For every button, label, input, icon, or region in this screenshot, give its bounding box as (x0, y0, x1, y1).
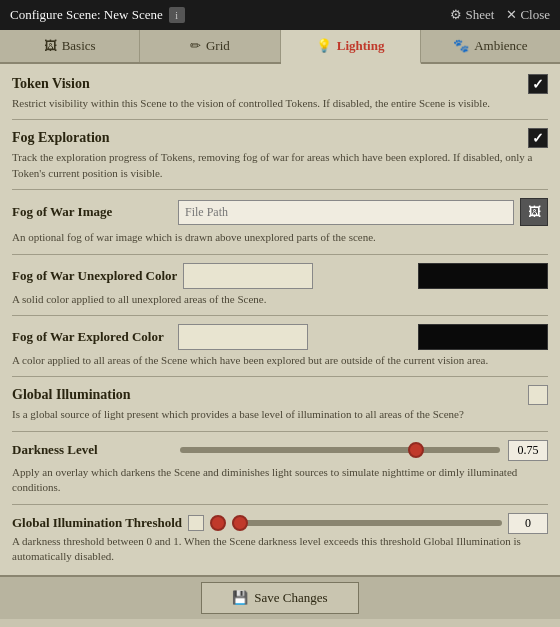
darkness-level-section: Darkness Level 0.75 Apply an overlay whi… (12, 440, 548, 496)
git-slider-container (232, 513, 502, 533)
git-label: Global Illumination Threshold (12, 515, 182, 531)
tab-basics[interactable]: 🖼 Basics (0, 30, 140, 62)
fog-exploration-section: Fog Exploration Track the exploration pr… (12, 128, 548, 181)
darkness-level-value: 0.75 (508, 440, 548, 461)
fog-image-input[interactable] (178, 200, 514, 225)
fog-explored-row: Fog of War Explored Color (12, 324, 548, 350)
git-section: Global Illumination Threshold 0 A darkne… (12, 513, 548, 565)
fog-explored-desc: A color applied to all areas of the Scen… (12, 353, 548, 368)
token-vision-desc: Restrict visibility within this Scene to… (12, 96, 548, 111)
global-illumination-header: Global Illumination (12, 385, 548, 405)
git-row: Global Illumination Threshold 0 (12, 513, 548, 534)
fog-unexplored-color-swatch-dark[interactable] (418, 263, 548, 289)
fog-exploration-checkbox[interactable] (528, 128, 548, 148)
tab-grid[interactable]: ✏ Grid (140, 30, 280, 62)
divider-2 (12, 189, 548, 190)
global-illumination-section: Global Illumination Is a global source o… (12, 385, 548, 422)
token-vision-title: Token Vision (12, 76, 90, 92)
info-icon[interactable]: i (169, 7, 185, 23)
gear-icon: ⚙ (450, 7, 462, 23)
global-illumination-desc: Is a global source of light present whic… (12, 407, 548, 422)
git-threshold-thumb (210, 515, 226, 531)
darkness-level-slider-container (180, 440, 500, 460)
close-icon: ✕ (506, 7, 517, 23)
token-vision-header: Token Vision (12, 74, 548, 94)
global-illumination-checkbox[interactable] (528, 385, 548, 405)
fog-exploration-desc: Track the exploration progress of Tokens… (12, 150, 548, 181)
footer: 💾 Save Changes (0, 575, 560, 619)
fog-unexplored-label: Fog of War Unexplored Color (12, 268, 177, 284)
title-text: Configure Scene: New Scene (10, 7, 163, 23)
token-vision-section: Token Vision Restrict visibility within … (12, 74, 548, 111)
divider-3 (12, 254, 548, 255)
fog-unexplored-desc: A solid color applied to all unexplored … (12, 292, 548, 307)
fog-image-browse-button[interactable]: 🖼 (520, 198, 548, 226)
fog-exploration-header: Fog Exploration (12, 128, 548, 148)
divider-7 (12, 504, 548, 505)
darkness-level-slider[interactable] (180, 447, 500, 453)
fog-explored-color-swatch-dark[interactable] (418, 324, 548, 350)
tab-lighting[interactable]: 💡 Lighting (281, 30, 421, 64)
tab-ambience[interactable]: 🐾 Ambience (421, 30, 560, 62)
lighting-icon: 💡 (316, 38, 332, 54)
save-icon: 💾 (232, 590, 248, 606)
basics-icon: 🖼 (44, 38, 57, 54)
divider-6 (12, 431, 548, 432)
content-area: Token Vision Restrict visibility within … (0, 64, 560, 575)
close-link[interactable]: ✕ Close (506, 7, 550, 23)
fog-image-label: Fog of War Image (12, 204, 172, 220)
divider-4 (12, 315, 548, 316)
fog-image-row: Fog of War Image 🖼 (12, 198, 548, 226)
title-bar-left: Configure Scene: New Scene i (10, 7, 185, 23)
fog-explored-section: Fog of War Explored Color A color applie… (12, 324, 548, 368)
git-desc: A darkness threshold between 0 and 1. Wh… (12, 534, 548, 565)
divider-5 (12, 376, 548, 377)
divider-1 (12, 119, 548, 120)
token-vision-checkbox[interactable] (528, 74, 548, 94)
fog-unexplored-section: Fog of War Unexplored Color A solid colo… (12, 263, 548, 307)
tabs-bar: 🖼 Basics ✏ Grid 💡 Lighting 🐾 Ambience (0, 30, 560, 64)
git-slider[interactable] (232, 520, 502, 526)
git-checkbox[interactable] (188, 515, 204, 531)
darkness-level-row: Darkness Level 0.75 (12, 440, 548, 461)
title-bar: Configure Scene: New Scene i ⚙ Sheet ✕ C… (0, 0, 560, 30)
fog-exploration-title: Fog Exploration (12, 130, 110, 146)
darkness-level-label: Darkness Level (12, 442, 172, 458)
fog-image-section: Fog of War Image 🖼 An optional fog of wa… (12, 198, 548, 245)
fog-explored-color-input-light[interactable] (178, 324, 308, 350)
fog-explored-label: Fog of War Explored Color (12, 329, 172, 345)
fog-image-desc: An optional fog of war image which is dr… (12, 230, 548, 245)
fog-unexplored-row: Fog of War Unexplored Color (12, 263, 548, 289)
darkness-level-desc: Apply an overlay which darkens the Scene… (12, 465, 548, 496)
browse-icon: 🖼 (528, 204, 541, 220)
grid-icon: ✏ (190, 38, 201, 54)
sheet-link[interactable]: ⚙ Sheet (450, 7, 494, 23)
title-bar-right: ⚙ Sheet ✕ Close (450, 7, 550, 23)
git-value: 0 (508, 513, 548, 534)
fog-unexplored-color-input-light[interactable] (183, 263, 313, 289)
ambience-icon: 🐾 (453, 38, 469, 54)
save-changes-button[interactable]: 💾 Save Changes (201, 582, 358, 614)
global-illumination-title: Global Illumination (12, 387, 131, 403)
